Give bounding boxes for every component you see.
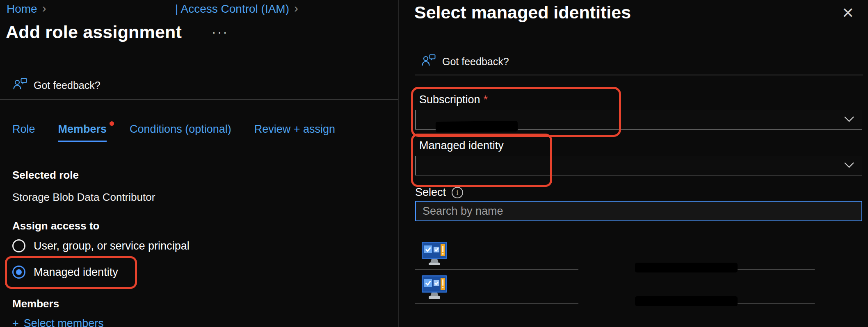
tab-review-assign[interactable]: Review + assign [254, 123, 335, 142]
select-members-label: Select members [24, 317, 104, 327]
radio-label: Managed identity [34, 266, 118, 279]
chevron-down-icon [844, 116, 854, 124]
managed-identity-label-text: Managed identity [419, 139, 504, 152]
members-heading: Members [12, 297, 59, 310]
redaction-identity-name [635, 296, 738, 306]
search-input[interactable] [415, 201, 862, 221]
radio-user-group-service-principal[interactable]: User, group, or service principal [12, 239, 190, 252]
tab-conditions-label: Conditions (optional) [130, 123, 231, 135]
breadcrumb-iam-link[interactable]: | Access Control (IAM) [175, 2, 289, 16]
plus-icon: + [12, 317, 19, 327]
subscription-label-text: Subscription [419, 93, 480, 106]
tab-members[interactable]: Members [58, 123, 107, 142]
identity-row[interactable] [422, 242, 447, 268]
identity-row[interactable] [422, 275, 447, 302]
panel-title: Select managed identities [414, 2, 631, 23]
tab-conditions[interactable]: Conditions (optional) [130, 123, 231, 142]
managed-identity-label: Managed identity [419, 139, 504, 152]
select-members-link[interactable]: + Select members [12, 317, 104, 327]
info-icon[interactable]: i [452, 187, 463, 198]
got-feedback-label: Got feedback? [34, 79, 101, 91]
tab-role-label: Role [12, 123, 35, 135]
pane-divider [398, 0, 399, 327]
selected-role-value: Storage Blob Data Contributor [12, 191, 155, 204]
feedback-person-chat-icon [13, 78, 27, 93]
panel-got-feedback-link[interactable]: Got feedback? [422, 54, 509, 69]
select-row: Select i [415, 186, 463, 199]
breadcrumb-iam: | Access Control (IAM) › [175, 2, 298, 16]
managed-identity-dropdown[interactable] [415, 156, 862, 175]
got-feedback-label: Got feedback? [442, 56, 509, 68]
redaction-subscription-value [436, 121, 518, 132]
radio-selected-icon [12, 266, 25, 279]
chevron-right-icon: › [42, 2, 46, 14]
breadcrumb-home-link[interactable]: Home [7, 2, 37, 16]
row-divider [415, 303, 578, 304]
unsaved-changes-dot [110, 121, 114, 126]
header-divider [0, 99, 399, 100]
overflow-menu-button[interactable]: ··· [212, 25, 228, 40]
subscription-label: Subscription * [419, 93, 488, 106]
chevron-right-icon: › [294, 2, 298, 14]
azure-portal-window: Home › | Access Control (IAM) › Add role… [0, 0, 868, 327]
radio-managed-identity[interactable]: Managed identity [12, 266, 118, 279]
page-title: Add role assignment [6, 22, 182, 42]
redaction-identity-name [635, 263, 738, 272]
tab-bar: Role Members Conditions (optional) Revie… [12, 123, 335, 142]
tab-review-assign-label: Review + assign [254, 123, 335, 135]
tab-role[interactable]: Role [12, 123, 35, 142]
assign-access-to-heading: Assign access to [12, 220, 99, 232]
radio-label: User, group, or service principal [34, 240, 190, 252]
chevron-down-icon [844, 162, 854, 170]
managed-identity-vm-icon [422, 294, 447, 301]
selected-role-heading: Selected role [12, 169, 79, 182]
required-asterisk: * [484, 93, 488, 106]
close-icon[interactable]: ✕ [842, 6, 854, 20]
breadcrumb: Home › [7, 2, 46, 16]
feedback-person-chat-icon [422, 54, 436, 69]
select-label: Select [415, 186, 446, 199]
tab-members-label: Members [58, 123, 107, 135]
row-divider [415, 269, 578, 270]
panel-divider [415, 75, 863, 75]
radio-unselected-icon [12, 239, 25, 252]
got-feedback-link[interactable]: Got feedback? [13, 78, 101, 93]
managed-identity-vm-icon [422, 261, 447, 268]
